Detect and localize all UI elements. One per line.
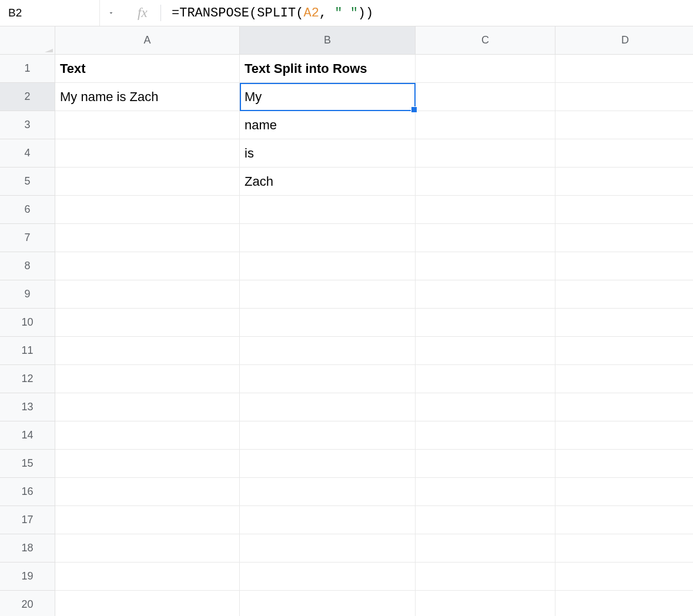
cell-D13[interactable] xyxy=(555,393,693,421)
cell-A12[interactable] xyxy=(55,365,240,393)
cell-D6[interactable] xyxy=(555,196,693,224)
name-box[interactable]: B2 xyxy=(0,0,100,26)
cell-B10[interactable] xyxy=(240,309,416,337)
cell-D12[interactable] xyxy=(555,365,693,393)
cell-B6[interactable] xyxy=(240,196,416,224)
cell-A20[interactable] xyxy=(55,591,240,616)
cell-A2[interactable]: My name is Zach xyxy=(55,83,240,111)
row-header-19[interactable]: 19 xyxy=(0,563,55,591)
cell-A13[interactable] xyxy=(55,393,240,421)
cell-A6[interactable] xyxy=(55,196,240,224)
row-header-4[interactable]: 4 xyxy=(0,139,55,168)
cell-C14[interactable] xyxy=(416,421,555,450)
cell-A11[interactable] xyxy=(55,337,240,365)
row-header-6[interactable]: 6 xyxy=(0,196,55,224)
cell-B13[interactable] xyxy=(240,393,416,421)
cell-D8[interactable] xyxy=(555,252,693,280)
cell-C15[interactable] xyxy=(416,450,555,478)
cell-C9[interactable] xyxy=(416,280,555,309)
cell-C6[interactable] xyxy=(416,196,555,224)
cell-C11[interactable] xyxy=(416,337,555,365)
row-header-2[interactable]: 2 xyxy=(0,83,55,111)
cell-D10[interactable] xyxy=(555,309,693,337)
row-header-1[interactable]: 1 xyxy=(0,55,55,83)
column-header-C[interactable]: C xyxy=(416,26,555,55)
cell-A16[interactable] xyxy=(55,478,240,506)
row-header-20[interactable]: 20 xyxy=(0,591,55,616)
cell-A4[interactable] xyxy=(55,139,240,168)
cell-D17[interactable] xyxy=(555,506,693,534)
row-header-17[interactable]: 17 xyxy=(0,506,55,534)
cell-A7[interactable] xyxy=(55,224,240,252)
cell-D4[interactable] xyxy=(555,139,693,168)
cell-D16[interactable] xyxy=(555,478,693,506)
row-header-16[interactable]: 16 xyxy=(0,478,55,506)
cell-B8[interactable] xyxy=(240,252,416,280)
cell-B19[interactable] xyxy=(240,563,416,591)
cell-D2[interactable] xyxy=(555,83,693,111)
cell-B7[interactable] xyxy=(240,224,416,252)
cell-A10[interactable] xyxy=(55,309,240,337)
cell-C7[interactable] xyxy=(416,224,555,252)
cell-A15[interactable] xyxy=(55,450,240,478)
cell-B18[interactable] xyxy=(240,534,416,563)
cell-A9[interactable] xyxy=(55,280,240,309)
row-header-11[interactable]: 11 xyxy=(0,337,55,365)
cell-D9[interactable] xyxy=(555,280,693,309)
cell-C5[interactable] xyxy=(416,168,555,196)
cell-D11[interactable] xyxy=(555,337,693,365)
cell-D20[interactable] xyxy=(555,591,693,616)
cell-B16[interactable] xyxy=(240,478,416,506)
cell-B20[interactable] xyxy=(240,591,416,616)
cell-B4[interactable]: is xyxy=(240,139,416,168)
cell-A14[interactable] xyxy=(55,421,240,450)
cell-C1[interactable] xyxy=(416,55,555,83)
row-header-10[interactable]: 10 xyxy=(0,309,55,337)
row-header-3[interactable]: 3 xyxy=(0,111,55,139)
cell-B14[interactable] xyxy=(240,421,416,450)
cell-C20[interactable] xyxy=(416,591,555,616)
cell-C10[interactable] xyxy=(416,309,555,337)
cell-D15[interactable] xyxy=(555,450,693,478)
cell-C8[interactable] xyxy=(416,252,555,280)
cell-D19[interactable] xyxy=(555,563,693,591)
cell-A17[interactable] xyxy=(55,506,240,534)
cell-A5[interactable] xyxy=(55,168,240,196)
row-header-15[interactable]: 15 xyxy=(0,450,55,478)
row-header-5[interactable]: 5 xyxy=(0,168,55,196)
cell-C12[interactable] xyxy=(416,365,555,393)
cell-D14[interactable] xyxy=(555,421,693,450)
column-header-D[interactable]: D xyxy=(555,26,693,55)
cell-C18[interactable] xyxy=(416,534,555,563)
cell-B11[interactable] xyxy=(240,337,416,365)
cell-B5[interactable]: Zach xyxy=(240,168,416,196)
cell-C4[interactable] xyxy=(416,139,555,168)
cell-B12[interactable] xyxy=(240,365,416,393)
cell-C19[interactable] xyxy=(416,563,555,591)
row-header-13[interactable]: 13 xyxy=(0,393,55,421)
cell-A8[interactable] xyxy=(55,252,240,280)
cell-B2[interactable]: My xyxy=(240,83,416,111)
cell-D3[interactable] xyxy=(555,111,693,139)
name-box-dropdown[interactable] xyxy=(100,0,122,26)
cell-D7[interactable] xyxy=(555,224,693,252)
cell-A3[interactable] xyxy=(55,111,240,139)
column-header-A[interactable]: A xyxy=(55,26,240,55)
row-header-8[interactable]: 8 xyxy=(0,252,55,280)
cell-C13[interactable] xyxy=(416,393,555,421)
row-header-7[interactable]: 7 xyxy=(0,224,55,252)
cell-D5[interactable] xyxy=(555,168,693,196)
cell-D1[interactable] xyxy=(555,55,693,83)
cell-A1[interactable]: Text xyxy=(55,55,240,83)
cell-C17[interactable] xyxy=(416,506,555,534)
row-header-14[interactable]: 14 xyxy=(0,421,55,450)
grid-body[interactable]: TextText Split into RowsMy name is ZachM… xyxy=(55,55,693,616)
cell-C3[interactable] xyxy=(416,111,555,139)
select-all-corner[interactable] xyxy=(0,26,55,55)
cell-C2[interactable] xyxy=(416,83,555,111)
cell-D18[interactable] xyxy=(555,534,693,563)
row-header-12[interactable]: 12 xyxy=(0,365,55,393)
cell-B17[interactable] xyxy=(240,506,416,534)
row-header-18[interactable]: 18 xyxy=(0,534,55,563)
cell-B3[interactable]: name xyxy=(240,111,416,139)
